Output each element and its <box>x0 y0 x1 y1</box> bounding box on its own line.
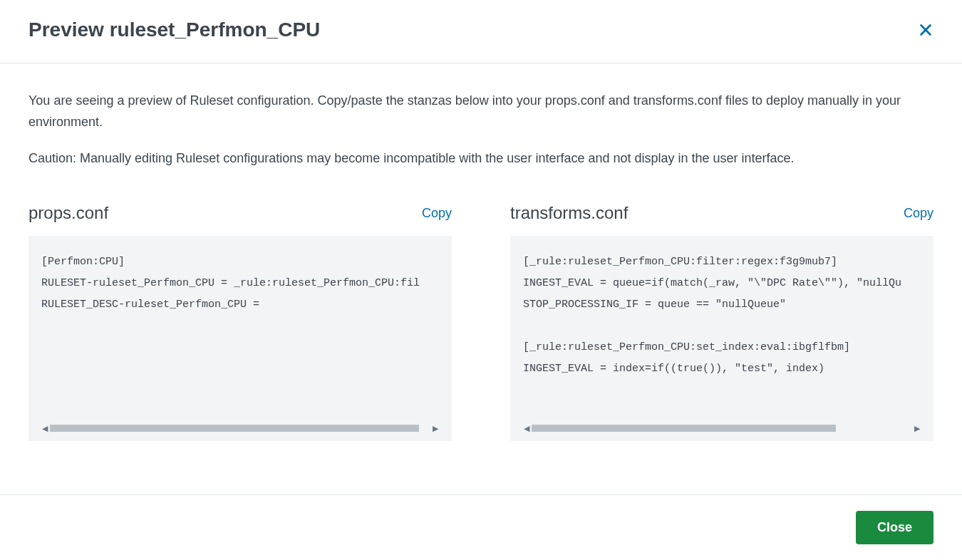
transforms-code-content[interactable]: [_rule:ruleset_Perfmon_CPU:filter:regex:… <box>523 252 921 420</box>
modal-footer: Close <box>0 494 962 560</box>
preview-modal: Preview ruleset_Perfmon_CPU You are seei… <box>0 0 962 560</box>
props-panel: props.conf Copy [Perfmon:CPU] RULESET-ru… <box>29 203 452 441</box>
scroll-right-icon[interactable]: ▶ <box>914 425 921 432</box>
copy-transforms-button[interactable]: Copy <box>904 206 933 221</box>
close-button[interactable]: Close <box>856 511 933 544</box>
scroll-left-icon[interactable]: ◀ <box>523 425 530 432</box>
scroll-right-icon[interactable]: ▶ <box>432 425 439 432</box>
horizontal-scrollbar[interactable]: ◀ ▶ <box>523 422 921 434</box>
scrollbar-thumb[interactable] <box>50 425 419 432</box>
transforms-panel: transforms.conf Copy [_rule:ruleset_Perf… <box>510 203 933 441</box>
props-title: props.conf <box>29 203 108 223</box>
modal-title: Preview ruleset_Perfmon_CPU <box>29 19 320 41</box>
config-panels: props.conf Copy [Perfmon:CPU] RULESET-ru… <box>29 203 933 441</box>
scrollbar-thumb[interactable] <box>532 425 836 432</box>
modal-body: You are seeing a preview of Ruleset conf… <box>0 63 962 494</box>
description-text: You are seeing a preview of Ruleset conf… <box>29 90 933 133</box>
props-code-content[interactable]: [Perfmon:CPU] RULESET-ruleset_Perfmon_CP… <box>41 252 439 420</box>
horizontal-scrollbar[interactable]: ◀ ▶ <box>41 422 439 434</box>
transforms-title: transforms.conf <box>510 203 628 223</box>
transforms-code-block: [_rule:ruleset_Perfmon_CPU:filter:regex:… <box>510 236 933 441</box>
props-code-block: [Perfmon:CPU] RULESET-ruleset_Perfmon_CP… <box>29 236 452 441</box>
copy-props-button[interactable]: Copy <box>422 206 452 221</box>
close-icon[interactable] <box>918 22 933 38</box>
props-panel-header: props.conf Copy <box>29 203 452 223</box>
caution-text: Caution: Manually editing Ruleset config… <box>29 148 933 169</box>
scroll-left-icon[interactable]: ◀ <box>41 425 48 432</box>
modal-header: Preview ruleset_Perfmon_CPU <box>0 0 962 63</box>
transforms-panel-header: transforms.conf Copy <box>510 203 933 223</box>
